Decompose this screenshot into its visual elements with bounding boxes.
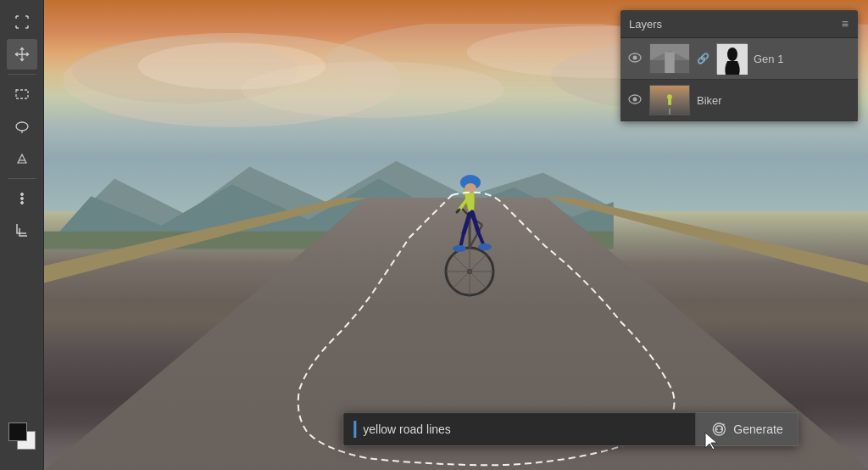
svg-point-53: [633, 56, 637, 60]
toolbar-sep-1: [8, 74, 36, 75]
foreground-color-swatch[interactable]: [8, 422, 27, 441]
layer-visibility-gen1[interactable]: [627, 52, 643, 65]
layers-panel-header: Layers ≡: [620, 10, 858, 38]
expand-arrows-tool[interactable]: [7, 7, 37, 37]
layer-thumbnail-gen1: [649, 43, 690, 74]
generate-bar: Generate: [342, 412, 798, 446]
move-tool[interactable]: [7, 39, 37, 70]
layer-mask-gen1[interactable]: [716, 43, 747, 74]
generate-button[interactable]: Generate: [695, 412, 798, 446]
color-swatches[interactable]: [8, 422, 36, 453]
layer-name-gen1: Gen 1: [754, 53, 851, 65]
svg-point-51: [453, 245, 466, 252]
layer-name-biker: Biker: [697, 94, 851, 107]
svg-point-61: [633, 98, 637, 102]
generate-sparkle-icon: [711, 422, 726, 437]
lasso-tool[interactable]: [7, 111, 37, 142]
select-subject-tool[interactable]: [7, 143, 37, 174]
dots-tool[interactable]: [7, 183, 37, 214]
layer-link-icon-gen1[interactable]: 🔗: [697, 53, 709, 64]
svg-line-43: [457, 210, 459, 212]
toolbar: [0, 0, 44, 470]
layers-menu-button[interactable]: ≡: [842, 17, 849, 31]
layer-visibility-biker[interactable]: [627, 93, 643, 107]
crop-tool[interactable]: [7, 215, 37, 246]
svg-line-46: [472, 212, 478, 232]
svg-line-42: [459, 199, 467, 210]
svg-point-9: [16, 122, 28, 131]
svg-rect-64: [668, 99, 671, 105]
svg-point-12: [20, 193, 23, 196]
layers-panel-title: Layers: [629, 18, 662, 31]
marquee-tool[interactable]: [7, 79, 37, 109]
toolbar-sep-2: [8, 178, 36, 179]
layer-row-gen1[interactable]: 🔗 Gen 1: [620, 38, 858, 80]
svg-point-59: [727, 48, 737, 61]
svg-point-13: [20, 198, 23, 200]
layers-panel: Layers ≡ 🔗: [620, 10, 858, 121]
generate-input-wrapper: [342, 412, 695, 446]
svg-point-48: [478, 243, 492, 250]
biker-figure: [423, 131, 516, 310]
svg-rect-57: [665, 52, 675, 73]
layer-thumbnail-biker: [649, 85, 690, 115]
svg-point-63: [667, 94, 672, 99]
generate-text-input[interactable]: [363, 414, 685, 445]
svg-point-14: [20, 202, 23, 204]
layer-row-biker[interactable]: Biker: [620, 80, 858, 121]
text-cursor: [353, 421, 356, 438]
svg-rect-8: [16, 90, 28, 98]
svg-point-45: [465, 183, 476, 193]
generate-button-label: Generate: [733, 422, 782, 436]
svg-point-67: [723, 424, 725, 426]
